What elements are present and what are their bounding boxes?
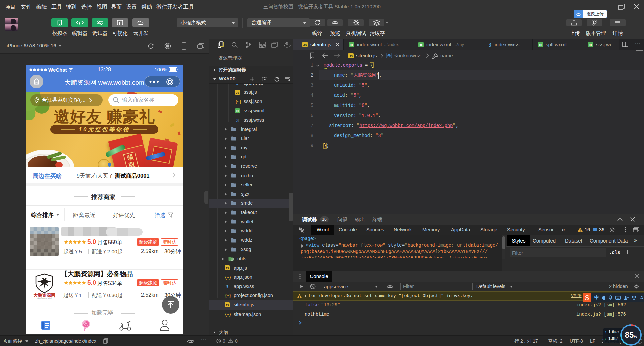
svg-text:JS: JS (225, 303, 229, 307)
svg-text:www.wobbt.com: www.wobbt.com (37, 298, 51, 300)
svg-text:大鹏资源网: 大鹏资源网 (34, 293, 55, 298)
svg-text:{··}: {··} (225, 275, 231, 279)
svg-text:JS: JS (303, 43, 307, 47)
svg-text:3: 3 (489, 42, 491, 47)
svg-text:3: 3 (226, 284, 229, 289)
svg-text:JS: JS (349, 55, 353, 58)
svg-text:<>: <> (350, 43, 354, 47)
svg-text:JS: JS (236, 91, 239, 94)
svg-text:{··}: {··} (225, 293, 231, 298)
svg-text:3: 3 (236, 84, 239, 85)
svg-text:<>: <> (538, 43, 542, 47)
svg-text:<>: <> (419, 43, 423, 47)
svg-text:3: 3 (236, 118, 239, 123)
svg-text:{··}: {··} (235, 99, 241, 104)
svg-text:<>: <> (589, 43, 593, 47)
svg-text:{··}: {··} (225, 312, 231, 317)
svg-text:<>: <> (236, 109, 239, 113)
svg-text:JS: JS (225, 267, 229, 270)
